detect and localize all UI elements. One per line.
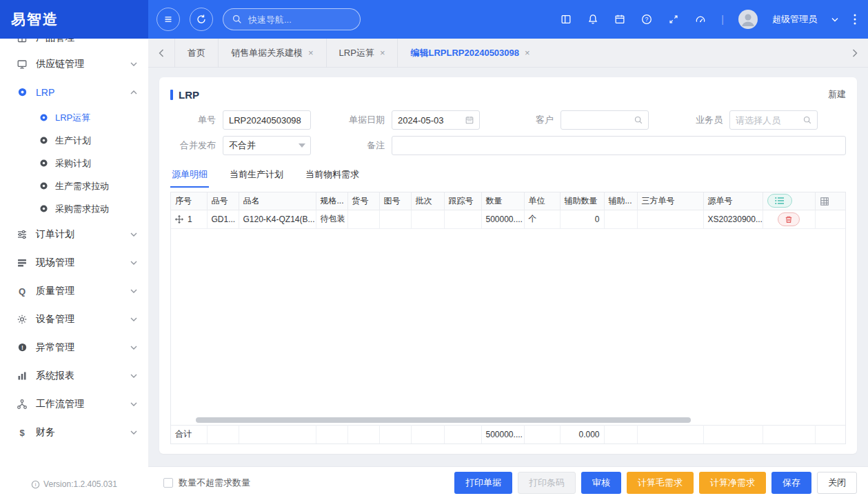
- user-avatar[interactable]: [738, 10, 758, 29]
- col-header-unit: 单位: [524, 192, 560, 210]
- sidebar-item-label: 订单计划: [36, 228, 122, 241]
- sidebar-item-finance[interactable]: $ 财务: [0, 418, 148, 446]
- print-document-button[interactable]: 打印单据: [454, 472, 512, 494]
- sidebar-item-site-management[interactable]: 现场管理: [0, 248, 148, 277]
- sidebar-item-quality-management[interactable]: Q 质量管理: [0, 277, 148, 305]
- tab-home[interactable]: 首页: [174, 39, 218, 68]
- salesman-field[interactable]: [729, 110, 818, 130]
- chevron-down-icon: [130, 346, 137, 350]
- svg-text:?: ?: [645, 16, 649, 23]
- calc-gross-demand-button[interactable]: 计算毛需求: [627, 472, 694, 494]
- cell-item-name: G120-K4-QZ14(B...: [239, 210, 316, 229]
- sidebar-subitem-production-plan[interactable]: 生产计划: [0, 129, 148, 152]
- delete-row-button[interactable]: [778, 212, 800, 226]
- column-settings-button[interactable]: [767, 194, 792, 208]
- audit-button[interactable]: 审核: [581, 472, 621, 494]
- help-icon[interactable]: ?: [640, 13, 653, 26]
- panel-title: LRP: [179, 89, 199, 101]
- more-menu-icon[interactable]: [853, 13, 857, 26]
- sidebar-item-workflow-management[interactable]: 工作流管理: [0, 390, 148, 418]
- user-chevron-down-icon[interactable]: [831, 17, 838, 22]
- close-button[interactable]: 关闭: [817, 472, 857, 494]
- sidebar-item-label: 异常管理: [36, 341, 122, 354]
- title-accent-bar: [170, 90, 173, 100]
- fullscreen-icon[interactable]: [667, 13, 680, 26]
- sidebar-item-lrp[interactable]: LRP: [0, 78, 148, 106]
- detail-tab-current-material-demand[interactable]: 当前物料需求: [304, 164, 361, 188]
- merge-publish-select[interactable]: 不合并: [223, 136, 311, 155]
- cell-aux-qty-link[interactable]: 0: [560, 210, 604, 229]
- cell-qty-link[interactable]: 500000....: [481, 210, 524, 229]
- search-icon[interactable]: [634, 115, 643, 125]
- doc-date-field[interactable]: [392, 110, 480, 130]
- drag-handle-icon[interactable]: [175, 215, 183, 223]
- save-button[interactable]: 保存: [771, 472, 811, 494]
- gear-icon: [17, 314, 28, 325]
- cell-item-no: GD1...: [207, 210, 239, 229]
- salesman-input[interactable]: [736, 115, 800, 126]
- sidebar-item-label: 产品管理: [36, 39, 137, 44]
- main-area: 首页 销售单据关系建模 × LRP运算 × 编辑LRPLRP2024050309…: [148, 39, 868, 498]
- detail-tab-source-lines[interactable]: 源单明细: [170, 164, 209, 188]
- tabs-scroll-left-icon[interactable]: [148, 49, 174, 57]
- sidebar-item-label: 财务: [36, 426, 122, 439]
- sidebar-item-system-reports[interactable]: 系统报表: [0, 361, 148, 390]
- form-row-2: 合并发布 不合并 备注: [170, 136, 846, 155]
- close-icon[interactable]: ×: [380, 48, 385, 58]
- tabs-scroll-right-icon[interactable]: [842, 49, 868, 57]
- doc-date-input[interactable]: [398, 115, 462, 126]
- customer-input[interactable]: [567, 115, 631, 126]
- panel-header: LRP 新建: [170, 86, 846, 103]
- close-icon[interactable]: ×: [525, 48, 530, 58]
- sidebar-item-equipment-management[interactable]: 设备管理: [0, 305, 148, 333]
- tab-sales-doc-relation-modeling[interactable]: 销售单据关系建模 ×: [218, 39, 326, 68]
- username[interactable]: 超级管理员: [772, 13, 817, 26]
- dashboard-gauge-icon[interactable]: [694, 13, 707, 26]
- calendar-icon[interactable]: [614, 13, 626, 26]
- tab-edit-lrp-active[interactable]: 编辑LRPLRP20240503098 ×: [397, 39, 542, 68]
- calc-net-demand-button[interactable]: 计算净需求: [699, 472, 766, 494]
- sidebar-subitem-purchase-demand-pull[interactable]: 采购需求拉动: [0, 197, 148, 220]
- horizontal-scrollbar[interactable]: [196, 417, 691, 423]
- doc-no-input[interactable]: [223, 110, 311, 130]
- print-barcode-button[interactable]: 打印条码: [518, 472, 576, 494]
- sidebar-item-order-plan[interactable]: 订单计划: [0, 220, 148, 248]
- cell-seq: 1: [171, 210, 207, 229]
- svg-text:$: $: [19, 427, 25, 437]
- refresh-button[interactable]: [190, 8, 213, 31]
- content-area: LRP 新建 单号 单据日期: [148, 68, 868, 466]
- col-header-tracking-no: 跟踪号: [444, 192, 481, 210]
- table-row[interactable]: 1 GD1... G120-K4-QZ14(B... 待包装: [171, 210, 845, 229]
- col-header-aux-qty: 辅助数量: [560, 192, 604, 210]
- notifications-bell-icon[interactable]: [587, 13, 599, 26]
- tab-label: LRP运算: [339, 47, 374, 59]
- quick-nav-input[interactable]: [248, 14, 338, 25]
- sidebar-subitem-purchase-plan[interactable]: 采购计划: [0, 152, 148, 175]
- header-divider: |: [721, 14, 724, 25]
- sidebar-item-exception-management[interactable]: ! 异常管理: [0, 333, 148, 361]
- monitor-icon: [17, 59, 28, 70]
- sidebar-subitem-production-demand-pull[interactable]: 生产需求拉动: [0, 175, 148, 197]
- close-icon[interactable]: ×: [308, 48, 314, 58]
- remark-input[interactable]: [392, 136, 846, 155]
- new-button[interactable]: 新建: [828, 88, 846, 101]
- tab-lrp-calc[interactable]: LRP运算 ×: [326, 39, 398, 68]
- collapse-menu-button[interactable]: [157, 8, 180, 31]
- sidebar-subitem-lrp-calc[interactable]: LRP运算: [0, 106, 148, 129]
- sidebar-subitem-label: LRP运算: [55, 112, 90, 124]
- detail-tab-current-production-plan[interactable]: 当前生产计划: [228, 164, 285, 188]
- app-logo: 易智造: [0, 0, 148, 39]
- col-header-cargo-no: 货号: [347, 192, 379, 210]
- quick-nav-search[interactable]: [223, 8, 361, 30]
- sidebar-item-product-management-cut[interactable]: 产品管理: [0, 39, 148, 50]
- qty-limit-checkbox[interactable]: [163, 478, 173, 488]
- sidebar-item-supply-chain[interactable]: 供应链管理: [0, 50, 148, 78]
- sidebar-item-label: 工作流管理: [36, 398, 122, 410]
- col-header-actions: [763, 192, 815, 210]
- layout-panel-icon[interactable]: [560, 13, 572, 26]
- search-icon[interactable]: [803, 115, 812, 125]
- customer-field[interactable]: [561, 110, 649, 130]
- detail-tabs: 源单明细 当前生产计划 当前物料需求: [170, 164, 846, 188]
- grid-view-icon[interactable]: [820, 197, 829, 206]
- calendar-icon[interactable]: [465, 115, 474, 125]
